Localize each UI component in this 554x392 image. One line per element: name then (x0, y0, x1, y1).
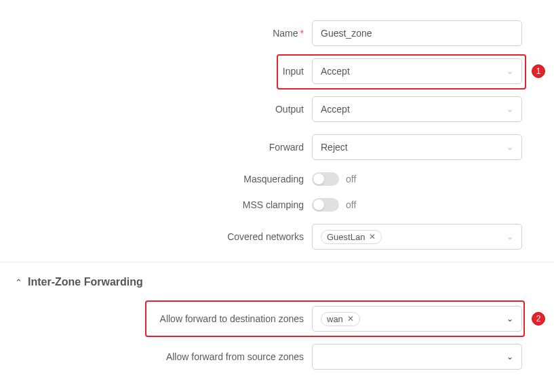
src-zones-select[interactable]: ⌄ (312, 344, 522, 370)
mss-clamping-state: off (346, 199, 356, 210)
label-covered-networks: Covered networks (0, 231, 312, 242)
row-input: Input Accept ⌄ 1 (0, 58, 554, 84)
row-output: Output Accept ⌄ (0, 96, 554, 122)
input-select[interactable]: Accept ⌄ (312, 58, 522, 84)
label-dest-zones: Allow forward to destination zones (0, 313, 312, 324)
label-name: Name* (0, 28, 312, 39)
toggle-knob-icon (313, 174, 324, 184)
output-select[interactable]: Accept ⌄ (312, 96, 522, 122)
input-select-value: Accept (321, 66, 350, 77)
section-divider (0, 262, 554, 262)
section-title: Inter-Zone Forwarding (28, 276, 143, 288)
forward-select-value: Reject (321, 142, 348, 153)
label-mss-clamping: MSS clamping (0, 199, 312, 210)
label-masquerading: Masquerading (0, 174, 312, 184)
required-asterisk-icon: * (300, 28, 304, 39)
chevron-down-icon: ⌄ (507, 66, 513, 76)
mss-clamping-toggle[interactable] (312, 198, 339, 212)
label-src-zones: Allow forward from source zones (0, 351, 312, 362)
row-forward: Forward Reject ⌄ (0, 134, 554, 160)
callout-1: 1 (532, 64, 545, 78)
section-inter-zone-forwarding[interactable]: ⌃ Inter-Zone Forwarding (0, 276, 554, 288)
close-icon[interactable]: ✕ (369, 232, 376, 241)
dest-zones-select[interactable]: wan ✕ ⌄ (312, 306, 522, 332)
tag-wan: wan ✕ (321, 312, 360, 326)
masquerading-state: off (346, 174, 356, 184)
tag-label: GuestLan (327, 232, 365, 242)
mss-clamping-toggle-wrap: off (312, 198, 356, 212)
masquerading-toggle[interactable] (312, 172, 339, 186)
chevron-down-icon: ⌄ (507, 104, 513, 114)
row-name: Name* (0, 0, 554, 46)
chevron-up-icon: ⌃ (15, 277, 22, 288)
chevron-down-icon: ⌄ (507, 352, 513, 361)
chevron-down-icon: ⌄ (507, 142, 513, 152)
close-icon[interactable]: ✕ (347, 314, 354, 324)
chevron-down-icon: ⌄ (507, 232, 513, 241)
covered-networks-tags: GuestLan ✕ (321, 230, 384, 244)
output-select-value: Accept (321, 104, 350, 115)
tag-label: wan (327, 314, 343, 324)
row-covered-networks: Covered networks GuestLan ✕ ⌄ (0, 224, 554, 250)
row-mss-clamping: MSS clamping off (0, 198, 554, 212)
toggle-knob-icon (313, 199, 324, 210)
row-dest-zones: Allow forward to destination zones wan ✕… (0, 306, 554, 332)
row-src-zones: Allow forward from source zones ⌄ (0, 344, 554, 370)
callout-2: 2 (532, 312, 545, 326)
dest-zones-tags: wan ✕ (321, 312, 363, 326)
label-input: Input (0, 66, 312, 77)
forward-select[interactable]: Reject ⌄ (312, 134, 522, 160)
chevron-down-icon: ⌄ (507, 314, 513, 324)
tag-guestlan: GuestLan ✕ (321, 230, 382, 244)
label-forward: Forward (0, 142, 312, 153)
masquerading-toggle-wrap: off (312, 172, 356, 186)
name-input[interactable] (312, 20, 522, 46)
row-masquerading: Masquerading off (0, 172, 554, 186)
label-output: Output (0, 104, 312, 115)
covered-networks-select[interactable]: GuestLan ✕ ⌄ (312, 224, 522, 250)
